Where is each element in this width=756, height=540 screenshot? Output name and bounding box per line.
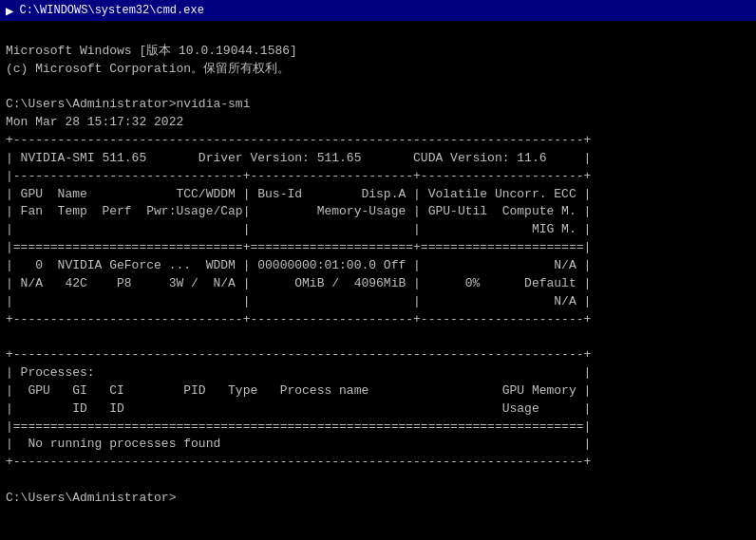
terminal-line: | 0 NVIDIA GeForce ... WDDM | 00000000:0… [6,257,750,275]
terminal-line: +---------------------------------------… [6,346,750,364]
title-bar-text: C:\WINDOWS\system32\cmd.exe [19,4,203,17]
terminal-line: (c) Microsoft Corporation。保留所有权利。 [6,61,750,79]
terminal-line: | NVIDIA-SMI 511.65 Driver Version: 511.… [6,150,750,168]
title-bar: ▶ C:\WINDOWS\system32\cmd.exe [0,0,756,21]
terminal-line [6,472,750,490]
terminal-line: C:\Users\Administrator>nvidia-smi [6,96,750,114]
terminal-line [6,328,750,346]
terminal-line: | ID ID Usage | [6,400,750,419]
cmd-icon: ▶ [6,3,13,19]
terminal-line: +---------------------------------------… [6,454,750,472]
terminal-line: | | | MIG M. | [6,221,750,239]
terminal-line: | GPU Name TCC/WDDM | Bus-Id Disp.A | Vo… [6,186,750,204]
terminal-line: | | | N/A | [6,293,750,311]
terminal-line: | GPU GI CI PID Type Process name GPU Me… [6,382,750,400]
terminal-line: Microsoft Windows [版本 10.0.19044.1586] [6,43,750,61]
terminal-line: +---------------------------------------… [6,132,750,150]
terminal-line: | No running processes found | [6,436,750,454]
terminal-line: C:\Users\Administrator> [6,490,750,508]
terminal-line: | Processes: | [6,364,750,382]
terminal-output[interactable]: Microsoft Windows [版本 10.0.19044.1586](c… [0,21,756,540]
terminal-line [6,79,750,97]
terminal-line: Mon Mar 28 15:17:32 2022 [6,114,750,132]
terminal-line: |===============================+=======… [6,239,750,257]
terminal-line: | N/A 42C P8 3W / N/A | OMiB / 4096MiB |… [6,275,750,293]
terminal-line: +-------------------------------+-------… [6,311,750,329]
terminal-line: |-------------------------------+-------… [6,168,750,186]
terminal-line: |=======================================… [6,419,750,437]
terminal-line: | Fan Temp Perf Pwr:Usage/Cap| Memory-Us… [6,203,750,221]
